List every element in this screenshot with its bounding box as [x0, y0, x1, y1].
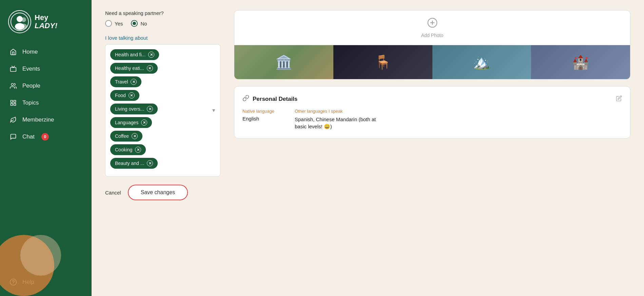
tag-row-3: Travel ✕	[110, 76, 215, 87]
right-panel: Add Photo 🏛️ 🪑 🏔️ 🏰	[234, 10, 630, 286]
tv-icon	[9, 65, 17, 73]
tag-health[interactable]: Health and fi... ✕	[110, 49, 159, 60]
tag-cooking-remove[interactable]: ✕	[135, 147, 141, 153]
chat-icon	[9, 133, 17, 141]
photos-grid: 🏛️ 🪑 🏔️ 🏰	[234, 45, 630, 79]
sidebar-item-events[interactable]: Events	[0, 60, 92, 77]
tag-food-remove[interactable]: ✕	[129, 92, 135, 98]
sidebar-item-label-memberzine: Memberzine	[22, 116, 54, 123]
tag-beauty[interactable]: Beauty and ... ✕	[110, 158, 158, 169]
add-photo-icon	[427, 17, 438, 31]
pd-title: Personal Details	[253, 96, 297, 103]
talking-label: I love talking about	[105, 35, 220, 41]
sidebar-item-topics[interactable]: Topics	[0, 94, 92, 111]
radio-no-circle[interactable]	[131, 20, 138, 27]
sidebar-item-memberzine[interactable]: Memberzine	[0, 111, 92, 128]
radio-no-label: No	[140, 21, 147, 26]
logo-text: Hey LADY!	[35, 14, 57, 30]
radio-yes-circle[interactable]	[105, 20, 112, 27]
save-button[interactable]: Save changes	[128, 185, 188, 200]
tag-row-4: Food ✕	[110, 90, 215, 101]
tag-living-remove[interactable]: ✕	[147, 106, 153, 112]
radio-group: Yes No	[105, 20, 220, 27]
tag-languages-remove[interactable]: ✕	[141, 119, 147, 126]
tag-health-label: Health and fi...	[115, 52, 145, 57]
tag-food-label: Food	[115, 93, 126, 98]
svg-rect-9	[11, 104, 13, 106]
radio-option-yes[interactable]: Yes	[105, 20, 123, 27]
tag-health-remove[interactable]: ✕	[148, 52, 154, 58]
svg-rect-7	[11, 100, 13, 103]
add-photo-label: Add Photo	[421, 33, 443, 38]
photo-4-placeholder: 🏰	[531, 45, 630, 79]
other-languages-label: Other languages I speak	[295, 109, 383, 114]
sidebar-item-label-chat: Chat	[22, 133, 35, 140]
radio-option-no[interactable]: No	[131, 20, 147, 27]
left-panel: Need a speaking partner? Yes No I love t…	[105, 10, 234, 286]
svg-point-3	[21, 17, 26, 22]
bottom-actions: Cancel Save changes	[105, 185, 220, 200]
svg-point-6	[11, 84, 14, 86]
tag-cooking-label: Cooking	[115, 147, 132, 152]
photo-1-placeholder: 🏛️	[234, 45, 333, 79]
native-language-value: English	[242, 116, 274, 122]
sidebar-item-people[interactable]: People	[0, 77, 92, 94]
topics-icon	[9, 99, 17, 107]
link-icon	[242, 95, 249, 103]
personal-details-box: Personal Details Native language English…	[234, 86, 630, 138]
tag-coffee[interactable]: Coffee ✕	[110, 131, 142, 142]
tag-row-9: Beauty and ... ✕	[110, 158, 215, 169]
tag-row-5: Living overs... ✕	[110, 104, 215, 114]
photo-1: 🏛️	[234, 45, 333, 79]
pd-col-other: Other languages I speak Spanish, Chinese…	[295, 109, 383, 130]
cancel-button[interactable]: Cancel	[105, 187, 121, 198]
tag-coffee-remove[interactable]: ✕	[132, 133, 138, 139]
tag-row-2: Healthy eati... ✕	[110, 63, 215, 74]
photo-2-placeholder: 🪑	[333, 45, 432, 79]
photo-3: 🏔️	[432, 45, 531, 79]
tag-beauty-label: Beauty and ...	[115, 161, 144, 166]
tag-beauty-remove[interactable]: ✕	[147, 160, 153, 166]
tag-travel-remove[interactable]: ✕	[131, 79, 137, 85]
tag-row-6: Languages ✕	[110, 117, 215, 128]
tag-languages[interactable]: Languages ✕	[110, 117, 152, 128]
tag-healthy[interactable]: Healthy eati... ✕	[110, 63, 158, 74]
sidebar-logo: Hey LADY!	[0, 0, 92, 40]
leaf-icon	[9, 116, 17, 124]
photo-2: 🪑	[333, 45, 432, 79]
svg-point-4	[20, 24, 27, 29]
tags-box: Health and fi... ✕ Healthy eati... ✕ Tra…	[105, 44, 220, 177]
tag-healthy-remove[interactable]: ✕	[147, 65, 153, 71]
svg-rect-5	[11, 68, 16, 72]
native-language-label: Native language	[242, 109, 274, 114]
sidebar: Hey LADY! Home Events	[0, 0, 92, 296]
tag-travel-label: Travel	[115, 79, 128, 85]
sidebar-decoration2	[20, 235, 61, 276]
tag-travel[interactable]: Travel ✕	[110, 76, 141, 87]
logo-circle	[8, 10, 31, 33]
home-icon	[9, 48, 17, 56]
talking-section: I love talking about Health and fi... ✕ …	[105, 35, 220, 177]
chat-badge: 0	[41, 133, 49, 141]
tag-living[interactable]: Living overs... ✕	[110, 104, 158, 114]
tag-cooking[interactable]: Cooking ✕	[110, 144, 146, 155]
sidebar-item-label-topics: Topics	[22, 99, 39, 106]
tag-row-1: Health and fi... ✕	[110, 49, 215, 60]
svg-rect-10	[14, 104, 16, 106]
photo-4: 🏰	[531, 45, 630, 79]
tag-languages-label: Languages	[115, 120, 138, 125]
photos-box: Add Photo 🏛️ 🪑 🏔️ 🏰	[234, 10, 630, 79]
add-photo-area[interactable]: Add Photo	[234, 11, 630, 45]
other-languages-value: Spanish, Chinese Mandarin (both at basic…	[295, 116, 383, 130]
tag-healthy-label: Healthy eati...	[115, 66, 144, 71]
svg-rect-8	[14, 100, 16, 103]
people-icon	[9, 82, 17, 90]
edit-icon[interactable]	[616, 95, 622, 103]
sidebar-item-chat[interactable]: Chat 0	[0, 128, 92, 145]
tag-food[interactable]: Food ✕	[110, 90, 139, 101]
sidebar-item-home[interactable]: Home	[0, 43, 92, 60]
tag-row-8: Cooking ✕	[110, 144, 215, 155]
speaking-partner-section: Need a speaking partner? Yes No	[105, 10, 220, 27]
main-content: Need a speaking partner? Yes No I love t…	[92, 0, 644, 296]
speaking-partner-label: Need a speaking partner?	[105, 10, 220, 16]
